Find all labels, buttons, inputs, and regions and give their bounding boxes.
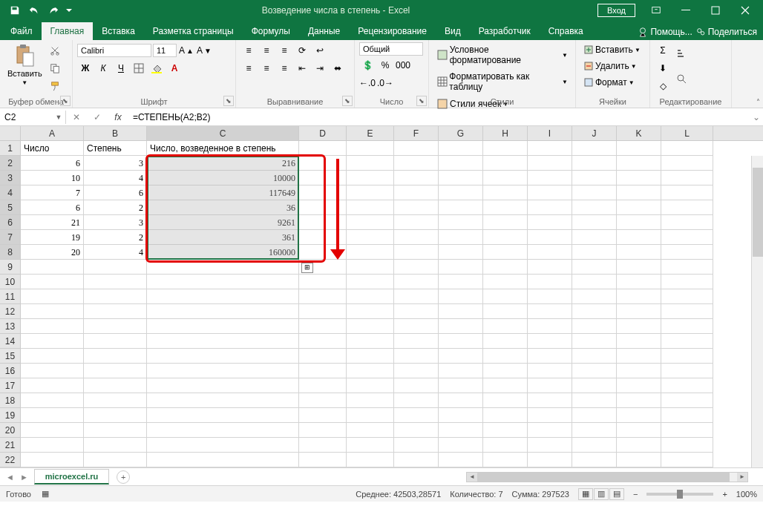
cell[interactable] xyxy=(439,364,483,378)
cell[interactable] xyxy=(528,289,572,304)
cell[interactable]: 9261 xyxy=(147,215,299,230)
cell[interactable] xyxy=(572,319,617,334)
cell[interactable] xyxy=(21,319,84,334)
cell[interactable] xyxy=(84,423,147,438)
cell[interactable]: 160000 xyxy=(147,245,299,260)
conditional-formatting-button[interactable]: Условное форматирование▼ xyxy=(433,42,571,68)
cell[interactable] xyxy=(21,423,84,438)
cell[interactable] xyxy=(661,215,713,230)
cell[interactable] xyxy=(299,349,347,364)
cell[interactable] xyxy=(347,215,394,230)
cell[interactable] xyxy=(299,453,347,467)
cell[interactable] xyxy=(21,349,84,364)
cell[interactable] xyxy=(661,185,713,200)
name-box-dropdown-icon[interactable]: ▼ xyxy=(52,114,65,121)
maximize-icon[interactable] xyxy=(701,0,730,21)
cell[interactable] xyxy=(572,215,617,230)
cell[interactable] xyxy=(661,200,713,215)
orientation-icon[interactable]: ⟳ xyxy=(294,42,310,59)
cell[interactable] xyxy=(617,141,661,156)
cell[interactable] xyxy=(572,408,617,423)
cell[interactable] xyxy=(617,408,661,423)
cell[interactable] xyxy=(147,378,299,393)
cell[interactable] xyxy=(299,334,347,349)
tab-help[interactable]: Справка xyxy=(540,22,592,40)
row-header[interactable]: 12 xyxy=(0,304,20,319)
cell[interactable] xyxy=(528,260,572,275)
cell[interactable] xyxy=(394,378,439,393)
cell[interactable] xyxy=(84,334,147,349)
cell[interactable] xyxy=(394,260,439,275)
formula-input[interactable] xyxy=(128,111,750,124)
cell[interactable] xyxy=(528,364,572,378)
cell[interactable] xyxy=(84,260,147,275)
cell[interactable] xyxy=(483,349,528,364)
cell[interactable] xyxy=(347,275,394,289)
cell[interactable] xyxy=(528,230,572,245)
cell[interactable] xyxy=(661,364,713,378)
cell[interactable] xyxy=(84,438,147,453)
cell[interactable] xyxy=(661,245,713,260)
currency-icon[interactable]: 💲 xyxy=(359,57,376,73)
cell[interactable] xyxy=(483,185,528,200)
column-header[interactable]: C xyxy=(147,126,299,140)
cell[interactable] xyxy=(394,438,439,453)
cell[interactable] xyxy=(21,304,84,319)
cell[interactable] xyxy=(572,334,617,349)
cell[interactable] xyxy=(572,289,617,304)
select-all-corner[interactable] xyxy=(0,126,21,140)
tab-data[interactable]: Данные xyxy=(299,22,349,40)
column-header[interactable]: E xyxy=(347,126,394,140)
cell[interactable] xyxy=(147,260,299,275)
cell[interactable] xyxy=(299,408,347,423)
cell[interactable] xyxy=(439,185,483,200)
cell[interactable] xyxy=(528,349,572,364)
cell[interactable] xyxy=(483,393,528,408)
row-header[interactable]: 8 xyxy=(0,245,20,260)
clear-icon[interactable]: ◇ xyxy=(655,78,671,94)
cell[interactable] xyxy=(394,453,439,467)
cell[interactable] xyxy=(84,319,147,334)
cell[interactable] xyxy=(347,260,394,275)
cell[interactable] xyxy=(572,423,617,438)
name-box[interactable] xyxy=(0,111,52,124)
cell[interactable]: 2 xyxy=(84,230,147,245)
align-top-icon[interactable]: ≡ xyxy=(240,42,257,59)
cell[interactable] xyxy=(483,215,528,230)
cell[interactable] xyxy=(347,438,394,453)
cell[interactable] xyxy=(84,408,147,423)
cell[interactable] xyxy=(394,156,439,171)
cell[interactable] xyxy=(347,408,394,423)
cell[interactable] xyxy=(147,349,299,364)
fill-color-icon[interactable] xyxy=(148,60,165,76)
cell[interactable] xyxy=(394,304,439,319)
cell[interactable] xyxy=(394,289,439,304)
row-header[interactable]: 9 xyxy=(0,260,20,275)
cell[interactable] xyxy=(528,215,572,230)
increase-font-icon[interactable]: A▲ xyxy=(178,42,194,59)
column-header[interactable]: A xyxy=(21,126,84,140)
cell[interactable] xyxy=(347,304,394,319)
cell[interactable] xyxy=(299,200,347,215)
cell[interactable] xyxy=(394,275,439,289)
cell[interactable] xyxy=(439,378,483,393)
cell[interactable] xyxy=(299,319,347,334)
cell[interactable] xyxy=(483,171,528,185)
insert-cells-button[interactable]: Вставить▼ xyxy=(580,42,645,57)
enter-formula-icon[interactable]: ✓ xyxy=(87,109,108,125)
cell[interactable] xyxy=(299,304,347,319)
cell[interactable] xyxy=(572,141,617,156)
cell[interactable] xyxy=(439,289,483,304)
cell[interactable] xyxy=(394,349,439,364)
cell[interactable] xyxy=(528,304,572,319)
cell[interactable] xyxy=(394,319,439,334)
cell[interactable] xyxy=(483,408,528,423)
cell[interactable] xyxy=(299,275,347,289)
cell[interactable] xyxy=(572,275,617,289)
column-header[interactable]: H xyxy=(483,126,528,140)
vertical-scrollbar[interactable] xyxy=(751,156,763,467)
tab-home[interactable]: Главная xyxy=(42,22,94,40)
cell[interactable] xyxy=(661,289,713,304)
cell[interactable] xyxy=(661,334,713,349)
cell[interactable] xyxy=(299,245,347,260)
